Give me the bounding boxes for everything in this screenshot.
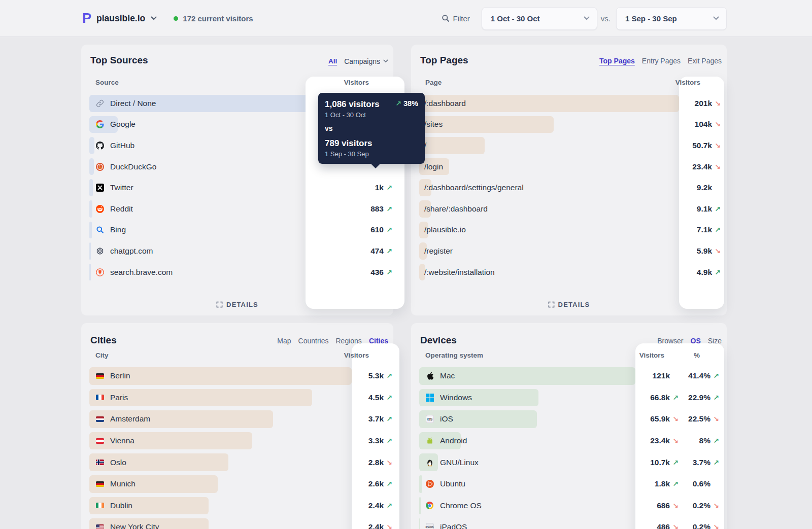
fr-flag-icon bbox=[95, 393, 104, 402]
comparison-tooltip: 1,086 visitors ↗ 38% 1 Oct - 30 Oct vs 7… bbox=[318, 93, 425, 164]
os-label: Windows bbox=[440, 393, 472, 402]
value-bar bbox=[89, 200, 92, 218]
value-bar bbox=[419, 497, 421, 515]
sources-filter-all[interactable]: All bbox=[328, 57, 337, 65]
city-row[interactable]: Berlin 5.3k↗ bbox=[81, 365, 393, 387]
column-header-page: Page bbox=[425, 79, 442, 86]
visitors-value: 66.8k↗ bbox=[649, 387, 679, 409]
city-label: Berlin bbox=[110, 371, 130, 380]
visitors-value: 2.4k↗ bbox=[362, 495, 392, 517]
city-row[interactable]: New York City 2.4k↘ bbox=[81, 516, 393, 529]
city-row[interactable]: Oslo 2.8k↘ bbox=[81, 451, 393, 473]
column-header-city: City bbox=[95, 351, 109, 359]
source-label: search.brave.com bbox=[110, 268, 173, 277]
city-row[interactable]: Amsterdam 3.7k↗ bbox=[81, 408, 393, 430]
panel-title: Cities bbox=[90, 335, 117, 346]
city-row[interactable]: Vienna 3.3k↗ bbox=[81, 430, 393, 452]
visitors-value: 9.1k↗ bbox=[691, 198, 721, 220]
visitors-value: 10.7k↗ bbox=[649, 451, 679, 473]
trend-arrow-icon: ↗ bbox=[384, 247, 392, 255]
filter-label: Filter bbox=[453, 14, 469, 23]
percent-value: 8%↗ bbox=[689, 430, 719, 452]
page-label: /:dashboard bbox=[424, 99, 466, 108]
column-header-visitors: Visitors bbox=[344, 79, 369, 86]
visitors-value: 104k↘ bbox=[691, 114, 721, 135]
filter-button[interactable]: Filter bbox=[442, 14, 469, 23]
column-header-os: Operating system bbox=[425, 351, 483, 359]
no-flag-icon bbox=[95, 458, 104, 467]
expand-icon bbox=[216, 301, 223, 308]
page-label: /login bbox=[424, 162, 443, 171]
date-range-dropdown[interactable]: 1 Oct - 30 Oct bbox=[482, 7, 597, 30]
linux-icon bbox=[425, 458, 434, 467]
site-switcher-chevron-down-icon[interactable] bbox=[151, 16, 157, 20]
visitors-value: 3.7k↗ bbox=[362, 408, 392, 430]
compare-range-dropdown[interactable]: 1 Sep - 30 Sep bbox=[616, 7, 727, 30]
chatgpt-icon bbox=[95, 246, 104, 255]
source-label: DuckDuckGo bbox=[110, 162, 156, 171]
apple-icon bbox=[425, 372, 434, 380]
percent-value: 22.9%↗ bbox=[688, 387, 719, 409]
ios-icon: iOS bbox=[425, 415, 434, 424]
trend-arrow-icon: ↗ bbox=[384, 415, 392, 423]
devices-panel: Devices Browser OS Size Operating system… bbox=[411, 323, 727, 529]
city-row[interactable]: Dublin 2.4k↗ bbox=[81, 495, 393, 517]
live-visitors[interactable]: 172 current visitors bbox=[174, 14, 253, 23]
tab-entry-pages[interactable]: Entry Pages bbox=[642, 57, 681, 65]
trend-arrow-icon: ↗ bbox=[384, 268, 392, 276]
brave-icon bbox=[95, 268, 104, 276]
value-bar bbox=[89, 158, 94, 175]
page-label: /sites bbox=[424, 120, 443, 129]
windows-icon bbox=[425, 393, 434, 402]
google-icon bbox=[95, 120, 104, 129]
city-label: Dublin bbox=[110, 501, 132, 510]
page-label: /register bbox=[424, 246, 453, 256]
sources-filter-campaigns[interactable]: Campaigns bbox=[344, 57, 388, 65]
trend-arrow-icon: ↗ bbox=[710, 437, 719, 445]
trend-arrow-icon: ↘ bbox=[712, 120, 721, 128]
ubuntu-icon bbox=[425, 480, 434, 488]
trend-arrow-icon: ↗ bbox=[670, 480, 679, 488]
value-bar bbox=[89, 179, 93, 196]
tab-top-pages[interactable]: Top Pages bbox=[599, 57, 635, 65]
visitors-value: 2.8k↘ bbox=[362, 451, 392, 473]
os-label: Android bbox=[440, 436, 467, 445]
site-name[interactable]: plausible.io bbox=[96, 13, 145, 24]
expand-icon bbox=[548, 301, 555, 308]
percent-value: 0.6% bbox=[689, 473, 719, 495]
reddit-icon bbox=[95, 204, 104, 213]
value-bar bbox=[89, 137, 94, 154]
visitors-value: 23.4k↘ bbox=[649, 430, 679, 452]
page-label: /:website/installation bbox=[424, 268, 495, 277]
city-row[interactable]: Munich 2.6k↗ bbox=[81, 473, 393, 495]
trend-arrow-icon: ↘ bbox=[710, 415, 719, 423]
os-label: iPadOS bbox=[440, 522, 467, 529]
trend-arrow-icon: ↗ bbox=[384, 205, 392, 213]
visitors-value: 686↘ bbox=[649, 495, 679, 517]
tab-exit-pages[interactable]: Exit Pages bbox=[688, 57, 722, 65]
top-sources-panel: Top Sources All Campaigns Source Visitor… bbox=[81, 45, 393, 315]
vs-label: vs. bbox=[601, 14, 611, 23]
trend-arrow-icon: ↘ bbox=[712, 142, 721, 150]
percent-value: 3.7%↗ bbox=[689, 451, 719, 473]
visitors-value: 201k↘ bbox=[691, 93, 721, 114]
tab-map[interactable]: Map bbox=[277, 337, 291, 345]
visitors-value: 121k bbox=[649, 365, 679, 387]
trend-arrow-icon: ↗ bbox=[670, 394, 679, 402]
trend-arrow-icon: ↘ bbox=[710, 502, 719, 510]
city-row[interactable]: Paris 4.5k↗ bbox=[81, 387, 393, 409]
value-bar bbox=[89, 264, 91, 281]
tab-countries[interactable]: Countries bbox=[298, 337, 329, 345]
trend-arrow-icon: ↗ bbox=[670, 459, 679, 467]
ipados-icon: iPadOS bbox=[425, 523, 434, 529]
os-label: Chrome OS bbox=[440, 501, 482, 510]
trend-arrow-icon: ↗ bbox=[384, 394, 392, 402]
os-label: Mac bbox=[440, 371, 455, 380]
value-bar bbox=[419, 137, 485, 154]
chevron-down-icon bbox=[713, 16, 719, 20]
visitors-value: 23.4k↘ bbox=[691, 156, 721, 178]
trend-arrow-icon: ↗ bbox=[710, 459, 719, 467]
ie-flag-icon bbox=[95, 501, 104, 510]
visitors-value: 436↗ bbox=[362, 262, 392, 283]
percent-value: 0.2%↘ bbox=[689, 495, 719, 517]
